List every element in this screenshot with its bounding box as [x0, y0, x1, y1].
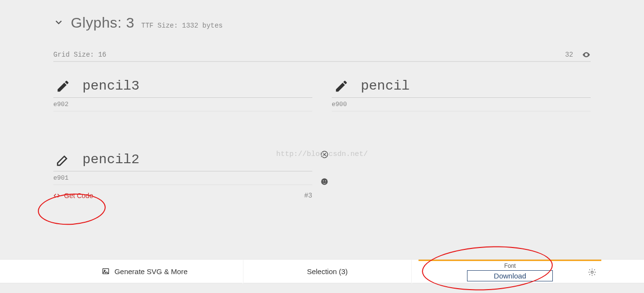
- svg-point-6: [591, 271, 594, 273]
- svg-point-5: [104, 270, 105, 271]
- svg-point-1: [321, 178, 328, 185]
- image-icon: [102, 267, 110, 275]
- download-button[interactable]: Download: [467, 270, 553, 281]
- glyph-index-label: #3: [304, 192, 312, 200]
- glyph-card: pencil e900: [332, 77, 591, 111]
- grid-size-label: Grid Size: 16: [53, 51, 106, 59]
- glyph-card: pencil2 e901 Get Code #3: [53, 150, 312, 200]
- glyph-card: pencil3 e902: [53, 77, 312, 111]
- bottom-tab-bar: Generate SVG & More Selection (3) Font D…: [0, 259, 644, 283]
- tab-label: Font: [504, 262, 516, 269]
- glyph-code-input[interactable]: e902: [53, 101, 68, 108]
- collapse-icon[interactable]: [53, 17, 64, 28]
- glyph-code-input[interactable]: e901: [53, 174, 68, 182]
- get-code-button[interactable]: Get Code: [53, 192, 93, 200]
- svg-point-2: [323, 181, 324, 182]
- tab-generate-svg[interactable]: Generate SVG & More: [53, 260, 236, 283]
- remove-icon[interactable]: [320, 150, 329, 159]
- glyph-name-input[interactable]: pencil3: [82, 78, 312, 93]
- get-code-label: Get Code: [64, 192, 93, 200]
- pencil-icon: [53, 79, 73, 93]
- tab-selection[interactable]: Selection (3): [236, 260, 419, 283]
- svg-point-3: [325, 181, 326, 182]
- section-title: Glyphs: 3: [71, 15, 134, 31]
- glyph-name-input[interactable]: pencil: [361, 78, 591, 93]
- code-icon: [53, 192, 60, 199]
- eye-icon[interactable]: [582, 50, 591, 59]
- ttf-size-label: TTF Size: 1332 bytes: [141, 22, 223, 30]
- tags-icon[interactable]: [320, 177, 329, 186]
- gear-icon[interactable]: [588, 268, 596, 277]
- pencil-outline-icon: [53, 153, 73, 167]
- tab-font[interactable]: Font Download: [419, 260, 601, 283]
- glyph-code-input[interactable]: e900: [332, 101, 347, 108]
- grid-size-value[interactable]: 32: [565, 51, 573, 59]
- tab-label: Generate SVG & More: [114, 267, 188, 276]
- glyph-name-input[interactable]: pencil2: [82, 152, 312, 167]
- pencil-icon: [332, 79, 351, 93]
- tab-label: Selection (3): [307, 267, 348, 276]
